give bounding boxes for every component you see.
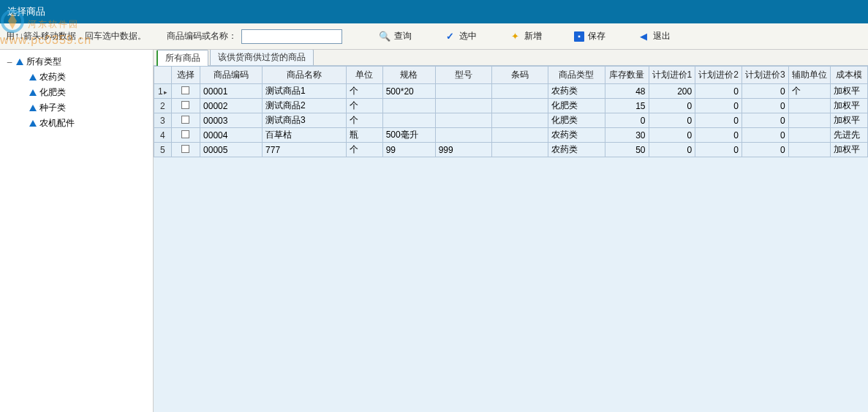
tree-item-2[interactable]: 种子类: [3, 100, 150, 116]
cell-aunit: [788, 128, 830, 143]
col-rowhead: [154, 67, 172, 84]
cell-p2: 0: [695, 143, 742, 157]
save-icon: [574, 31, 584, 42]
toolbar: 用↑↓箭头移动数据，回车选中数据。 商品编码或名称： 🔍 查询 选中 新增 保存…: [0, 23, 868, 50]
tree-item-3[interactable]: 农机配件: [3, 116, 150, 131]
search-icon: 🔍: [379, 31, 390, 42]
search-label: 商品编码或名称：: [167, 30, 237, 42]
cell-type: 化肥类: [548, 113, 605, 128]
col-code[interactable]: 商品编码: [200, 67, 263, 84]
new-icon: [509, 31, 521, 42]
search-input[interactable]: [241, 29, 342, 44]
tree-item-1[interactable]: 化肥类: [3, 85, 150, 100]
table-row[interactable]: 500005777个99999农药类50000加权平: [154, 143, 868, 157]
toolbar-hint: 用↑↓箭头移动数据，回车选中数据。: [6, 30, 146, 42]
cell-barcode: [491, 143, 548, 157]
tabs: 所有商品 该供货商供过货的商品: [154, 50, 868, 66]
add-button[interactable]: 新增: [502, 28, 549, 45]
col-name[interactable]: 商品名称: [263, 67, 347, 84]
cell-barcode: [491, 128, 548, 143]
select-button[interactable]: 选中: [437, 28, 484, 45]
table-row[interactable]: 200002测试商品2个化肥类15000加权平: [154, 99, 868, 113]
row-number: 5: [154, 143, 172, 157]
row-select[interactable]: [171, 128, 200, 143]
cell-p1: 0: [649, 99, 695, 113]
cell-code: 00003: [200, 113, 263, 128]
window-title: 选择商品: [7, 5, 45, 18]
row-select[interactable]: [171, 143, 200, 157]
grid-header-row: 选择 商品编码 商品名称 单位 规格 型号 条码 商品类型 库存数量 计划进价1…: [154, 67, 868, 84]
tree-item-0[interactable]: 农药类: [3, 70, 150, 85]
col-barcode[interactable]: 条码: [491, 67, 548, 84]
cell-p1: 200: [649, 84, 695, 99]
cell-unit: 个: [346, 84, 382, 99]
tab-supplier-products[interactable]: 该供货商供过货的商品: [210, 50, 314, 65]
cell-model: [435, 99, 491, 113]
arrow-up-icon: [29, 74, 37, 80]
col-unit[interactable]: 单位: [346, 67, 382, 84]
cell-p1: 0: [649, 143, 695, 157]
row-number: 2: [154, 99, 172, 113]
cell-aunit: [788, 99, 830, 113]
cell-stock: 48: [605, 84, 649, 99]
cell-aunit: [788, 143, 830, 157]
table-row[interactable]: 1▸00001测试商品1个500*20农药类4820000个加权平: [154, 84, 868, 99]
col-p2[interactable]: 计划进价2: [695, 67, 742, 84]
product-grid: 选择 商品编码 商品名称 单位 规格 型号 条码 商品类型 库存数量 计划进价1…: [154, 66, 868, 157]
tree-item-label: 农药类: [39, 71, 66, 83]
category-tree: – 所有类型 农药类 化肥类 种子类 农机配件: [0, 50, 154, 412]
cell-p2: 0: [695, 113, 742, 128]
table-row[interactable]: 400004百草枯瓶500毫升农药类30000先进先: [154, 128, 868, 143]
col-spec[interactable]: 规格: [382, 67, 435, 84]
cell-type: 化肥类: [548, 99, 605, 113]
cell-p3: 0: [741, 128, 788, 143]
exit-label: 退出: [653, 30, 671, 42]
cell-unit: 个: [346, 143, 382, 157]
col-stock[interactable]: 库存数量: [605, 67, 649, 84]
row-select[interactable]: [171, 84, 200, 99]
query-button[interactable]: 🔍 查询: [371, 28, 419, 45]
cell-code: 00001: [200, 84, 263, 99]
cell-unit: 个: [346, 99, 382, 113]
save-label: 保存: [588, 30, 605, 42]
row-number: 4: [154, 128, 172, 143]
cell-p3: 0: [741, 99, 788, 113]
cell-stock: 0: [605, 113, 649, 128]
col-model[interactable]: 型号: [435, 67, 491, 84]
col-select[interactable]: 选择: [171, 67, 200, 84]
grid-scroll[interactable]: 选择 商品编码 商品名称 单位 规格 型号 条码 商品类型 库存数量 计划进价1…: [154, 66, 868, 412]
row-select[interactable]: [171, 99, 200, 113]
exit-button[interactable]: 退出: [630, 28, 678, 45]
tab-all-products[interactable]: 所有商品: [156, 50, 208, 66]
tree-item-label: 农机配件: [39, 117, 75, 130]
col-p1[interactable]: 计划进价1: [649, 67, 695, 84]
cell-name: 百草枯: [263, 128, 347, 143]
cell-cost: 加权平: [830, 143, 867, 157]
titlebar: 选择商品: [0, 0, 868, 23]
collapse-icon: –: [6, 57, 13, 67]
exit-icon: [638, 31, 649, 42]
row-select[interactable]: [171, 113, 200, 128]
cell-model: [435, 113, 491, 128]
col-aunit[interactable]: 辅助单位: [788, 67, 830, 84]
cell-name: 777: [263, 143, 347, 157]
tree-item-label: 种子类: [39, 102, 66, 114]
save-button[interactable]: 保存: [567, 28, 613, 45]
arrow-up-icon: [29, 89, 37, 96]
cell-type: 农药类: [548, 84, 605, 99]
tree-root[interactable]: – 所有类型: [3, 54, 150, 70]
row-number: 1▸: [154, 84, 172, 99]
cell-type: 农药类: [548, 143, 605, 157]
col-type[interactable]: 商品类型: [548, 67, 605, 84]
cell-model: [435, 84, 491, 99]
cell-cost: 加权平: [830, 99, 867, 113]
cell-barcode: [491, 84, 548, 99]
col-cost[interactable]: 成本模: [830, 67, 867, 84]
cell-cost: 加权平: [830, 113, 867, 128]
arrow-up-icon: [29, 120, 37, 127]
cell-name: 测试商品1: [263, 84, 347, 99]
main-panel: 所有商品 该供货商供过货的商品 选择 商品编码 商品名称 单位 规格 型号 条码…: [154, 50, 868, 412]
col-p3[interactable]: 计划进价3: [741, 67, 788, 84]
cell-spec: [382, 113, 435, 128]
table-row[interactable]: 300003测试商品3个化肥类0000加权平: [154, 113, 868, 128]
